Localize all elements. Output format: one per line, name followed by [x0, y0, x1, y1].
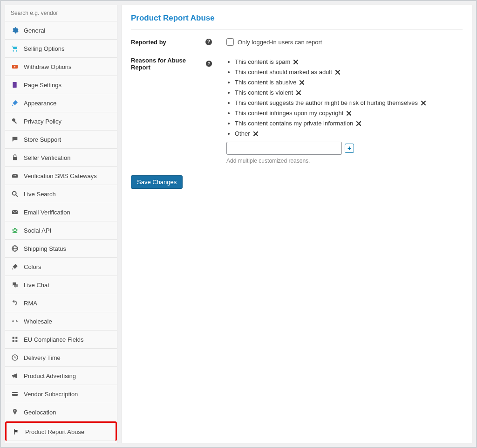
- svg-line-8: [16, 195, 18, 197]
- svg-rect-18: [13, 340, 14, 342]
- flag-icon: [12, 427, 20, 436]
- svg-point-7: [13, 192, 16, 195]
- arrow-right-icon: [11, 62, 19, 71]
- megaphone-icon: [11, 372, 19, 380]
- sidebar-item-withdraw-options[interactable]: Withdraw Options: [5, 58, 117, 76]
- svg-rect-19: [15, 340, 17, 342]
- sidebar-item-live-chat[interactable]: Live Chat: [5, 276, 117, 294]
- sidebar-item-label: Product Report Abuse: [25, 428, 84, 435]
- only-logged-in-checkbox[interactable]: [226, 38, 234, 46]
- list-item: Email Verification: [5, 203, 117, 221]
- sidebar-item-verification-sms-gateways[interactable]: Verification SMS Gateways: [5, 167, 117, 185]
- list-item: Selling Options: [5, 40, 117, 58]
- sidebar-item-social-api[interactable]: Social API: [5, 221, 117, 239]
- list-item: Delivery Time: [5, 349, 117, 367]
- sidebar-item-shipping-status[interactable]: Shipping Status: [5, 240, 117, 257]
- list-item: Privacy Policy: [5, 112, 117, 131]
- search-icon: [11, 190, 19, 198]
- only-logged-in-option[interactable]: Only logged-in users can report: [226, 38, 463, 46]
- save-changes-button[interactable]: Save Changes: [131, 175, 183, 189]
- sidebar-item-label: Social API: [24, 227, 51, 234]
- brush-icon: [11, 262, 19, 271]
- sidebar-item-label: Privacy Policy: [24, 118, 61, 125]
- sidebar-item-vendor-subscription[interactable]: Vendor Subscription: [5, 385, 117, 403]
- sidebar-item-single-product-multivendor[interactable]: Single Product MultiVendor: [5, 441, 117, 448]
- list-item: Single Product MultiVendor: [5, 441, 117, 448]
- svg-rect-6: [12, 174, 18, 178]
- sidebar-search-input[interactable]: [5, 5, 117, 21]
- help-icon[interactable]: ?: [205, 60, 212, 68]
- reason-item: This content is abusive: [235, 77, 463, 88]
- reason-item: This content contains my private informa…: [235, 118, 463, 129]
- add-reason-button[interactable]: +: [345, 144, 354, 153]
- reported-by-row: Reported by ? Only logged-in users can r…: [131, 38, 463, 46]
- sidebar-item-seller-verification[interactable]: Seller Verification: [5, 149, 117, 166]
- sidebar-item-label: Appearance: [24, 100, 56, 107]
- svg-text:?: ?: [208, 61, 211, 66]
- sidebar-item-product-report-abuse[interactable]: Product Report Abuse: [7, 423, 116, 441]
- svg-rect-22: [12, 393, 18, 394]
- list-item: Vendor Subscription: [5, 385, 117, 403]
- sidebar-item-label: Live Chat: [24, 282, 49, 289]
- svg-rect-16: [13, 337, 14, 339]
- remove-reason-icon[interactable]: [421, 100, 427, 107]
- remove-reason-icon[interactable]: [335, 69, 341, 76]
- sidebar-item-label: Verification SMS Gateways: [24, 172, 97, 179]
- undo-icon: [11, 299, 19, 307]
- sidebar-item-privacy-policy[interactable]: Privacy Policy: [5, 112, 117, 130]
- reason-label: This content is violent: [235, 89, 293, 96]
- sidebar-item-page-settings[interactable]: Page Settings: [5, 76, 117, 94]
- store-icon: [11, 446, 19, 448]
- sidebar-item-label: RMA: [24, 300, 37, 307]
- sidebar-item-product-advertising[interactable]: Product Advertising: [5, 367, 117, 385]
- page-title: Product Report Abuse: [131, 14, 463, 30]
- lock-icon: [11, 153, 19, 162]
- reason-label: This content is spam: [235, 58, 290, 65]
- list-item: Social API: [5, 221, 117, 240]
- sidebar-item-store-support[interactable]: Store Support: [5, 131, 117, 148]
- sidebar-item-email-verification[interactable]: Email Verification: [5, 203, 117, 221]
- key-icon: [11, 117, 19, 125]
- sidebar-item-wholesale[interactable]: Wholesale: [5, 312, 117, 330]
- sidebar-item-selling-options[interactable]: Selling Options: [5, 40, 117, 57]
- remove-reason-icon[interactable]: [356, 121, 362, 127]
- add-reason-input[interactable]: [226, 142, 342, 155]
- add-reason-help: Add multiple customized reasons.: [226, 158, 463, 164]
- sidebar-item-delivery-time[interactable]: Delivery Time: [5, 349, 117, 366]
- only-logged-in-label: Only logged-in users can report: [238, 39, 322, 46]
- sidebar-item-general[interactable]: General: [5, 21, 117, 39]
- svg-rect-9: [12, 210, 18, 214]
- reported-by-label: Reported by ?: [131, 38, 212, 46]
- remove-reason-icon[interactable]: [296, 90, 302, 96]
- settings-sidebar: GeneralSelling OptionsWithdraw OptionsPa…: [5, 5, 117, 443]
- list-item: Product Advertising: [5, 367, 117, 385]
- svg-rect-5: [13, 157, 17, 160]
- reason-label: Other: [235, 130, 250, 137]
- sidebar-item-eu-compliance-fields[interactable]: EU Compliance Fields: [5, 331, 117, 348]
- sidebar-item-rma[interactable]: RMA: [5, 294, 117, 312]
- globe-icon: [11, 244, 19, 253]
- reason-item: This content is violent: [235, 88, 463, 98]
- remove-reason-icon[interactable]: [293, 59, 300, 66]
- remove-reason-icon[interactable]: [299, 80, 306, 86]
- pin-icon: [11, 408, 19, 416]
- add-reason-row: +: [226, 142, 463, 155]
- list-item: Colors: [5, 258, 117, 276]
- svg-rect-17: [15, 337, 17, 339]
- sidebar-item-live-search[interactable]: Live Search: [5, 185, 117, 203]
- remove-reason-icon[interactable]: [346, 110, 353, 117]
- remove-reason-icon[interactable]: [253, 131, 259, 138]
- sidebar-item-label: General: [24, 27, 45, 34]
- list-item: Live Search: [5, 185, 117, 203]
- sidebar-item-geolocation[interactable]: Geolocation: [5, 403, 117, 421]
- sidebar-item-appearance[interactable]: Appearance: [5, 94, 117, 112]
- help-icon[interactable]: ?: [205, 38, 212, 46]
- list-item: Page Settings: [5, 76, 117, 94]
- list-item: Withdraw Options: [5, 58, 117, 76]
- reason-item: This content suggests the author might b…: [235, 98, 463, 108]
- reasons-row: Reasons for Abuse Report ? This content …: [131, 57, 463, 164]
- sidebar-search-box: [5, 5, 117, 21]
- sidebar-item-colors[interactable]: Colors: [5, 258, 117, 276]
- list-item: Shipping Status: [5, 240, 117, 258]
- gear-icon: [11, 26, 19, 34]
